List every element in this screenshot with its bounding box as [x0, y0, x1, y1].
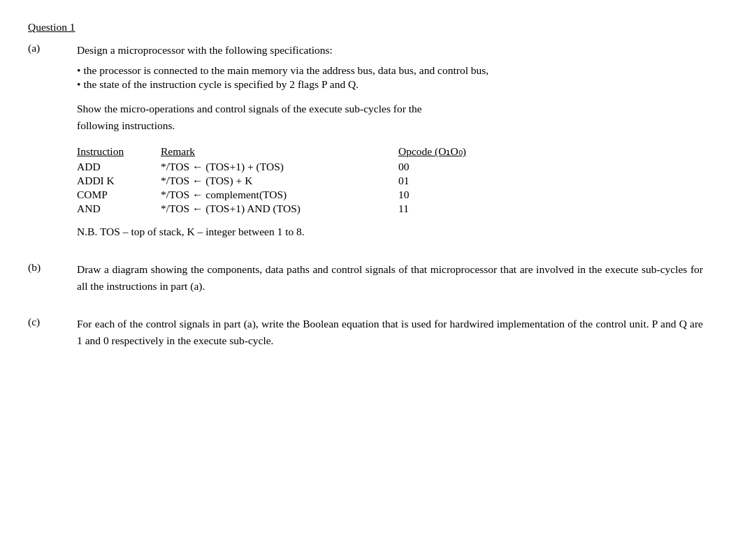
row1-instruction: ADDI K — [77, 175, 161, 187]
part-b-text: Draw a diagram showing the components, d… — [77, 261, 703, 295]
table-row-3: AND */TOS ← (TOS+1) AND (TOS) 11 — [77, 202, 703, 215]
row1-remark: */TOS ← (TOS) + K — [161, 175, 398, 187]
question-body: (a) Design a microprocessor with the fol… — [28, 42, 703, 370]
bullet-dot-1: • — [77, 64, 80, 77]
show-line: Show the micro-operations and control si… — [77, 101, 703, 134]
bullet-text-1: the processor is connected to the main m… — [83, 64, 488, 77]
table-row-0: ADD */TOS ← (TOS+1) + (TOS) 00 — [77, 161, 703, 173]
part-a-label: (a) — [28, 42, 77, 54]
part-b-label: (b) — [28, 261, 77, 274]
row2-remark: */TOS ← complement(TOS) — [161, 189, 398, 201]
bullet-dot-2: • — [77, 78, 80, 91]
col-header-instruction: Instruction — [77, 145, 161, 158]
part-b-content: Draw a diagram showing the components, d… — [77, 261, 703, 300]
nb-text: N.B. TOS – top of stack, K – integer bet… — [77, 223, 703, 240]
table-header-row: Instruction Remark Opcode (O₁O₀) — [77, 145, 703, 158]
part-a-intro: Design a microprocessor with the followi… — [77, 42, 703, 59]
row2-opcode: 10 — [398, 189, 703, 201]
row2-instruction: COMP — [77, 189, 161, 201]
part-b: (b) Draw a diagram showing the component… — [28, 261, 703, 300]
row3-opcode: 11 — [398, 202, 703, 215]
table-row-1: ADDI K */TOS ← (TOS) + K 01 — [77, 175, 703, 187]
instructions-table: Instruction Remark Opcode (O₁O₀) ADD */T… — [77, 145, 703, 215]
row3-instruction: AND — [77, 202, 161, 215]
bullet-text-2: the state of the instruction cycle is sp… — [83, 78, 359, 91]
part-a: (a) Design a microprocessor with the fol… — [28, 42, 703, 246]
row0-opcode: 00 — [398, 161, 703, 173]
table-row-2: COMP */TOS ← complement(TOS) 10 — [77, 189, 703, 201]
part-a-content: Design a microprocessor with the followi… — [77, 42, 703, 246]
row1-opcode: 01 — [398, 175, 703, 187]
part-c-text: For each of the control signals in part … — [77, 316, 703, 349]
row0-instruction: ADD — [77, 161, 161, 173]
part-c-content: For each of the control signals in part … — [77, 316, 703, 355]
col-header-opcode: Opcode (O₁O₀) — [398, 145, 703, 158]
part-c: (c) For each of the control signals in p… — [28, 316, 703, 355]
bullet-2: • the state of the instruction cycle is … — [77, 78, 703, 91]
row0-remark: */TOS ← (TOS+1) + (TOS) — [161, 161, 398, 173]
col-header-remark: Remark — [161, 145, 398, 158]
part-c-label: (c) — [28, 316, 77, 328]
question-container: Question 1 (a) Design a microprocessor w… — [28, 21, 703, 370]
question-title: Question 1 — [28, 21, 75, 34]
row3-remark: */TOS ← (TOS+1) AND (TOS) — [161, 202, 398, 215]
bullet-1: • the processor is connected to the main… — [77, 64, 703, 77]
